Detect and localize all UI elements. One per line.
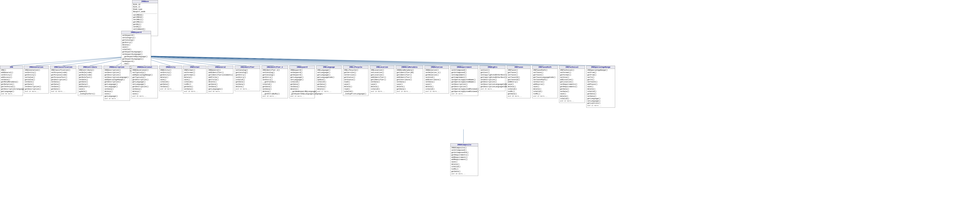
svg-line-22 xyxy=(137,56,571,65)
method: getRelation() xyxy=(1,83,22,86)
method: getLanguage() xyxy=(1,91,22,93)
method: getDescription() xyxy=(105,81,129,83)
method: setLanguage() xyxy=(105,86,129,88)
box-imdlifecycle: IMDLifecycle IMDLifecycle() getVersion()… xyxy=(343,65,369,96)
method: setData() xyxy=(262,88,287,91)
box-imdtaxonpath-header: IMDTaxonPath xyxy=(533,66,557,69)
method: addAuthor() xyxy=(79,86,101,88)
method: save() xyxy=(451,161,477,163)
box-imddescription-header: IMDDescription xyxy=(104,66,130,69)
method: getCost() xyxy=(480,72,504,74)
method: toXML() xyxy=(184,83,205,86)
method: getData() xyxy=(397,88,422,91)
method: getData() xyxy=(79,83,101,86)
box-imdmetametadata: IMDMetaMetadata IMDMetaMetadata() getIde… xyxy=(396,65,423,94)
method: toXML() xyxy=(508,91,530,93)
method: setDescription() xyxy=(25,86,48,88)
method: IMDTaxonPath() xyxy=(533,69,557,72)
box-imdlifecycle-body: IMDLifecycle() getVersion() setVersion()… xyxy=(343,69,368,96)
method: setTaxonPath() xyxy=(533,79,557,81)
method: delete() xyxy=(560,95,584,98)
method: _lookupPrintLanguage() xyxy=(344,93,368,95)
method: getRequirements() xyxy=(560,86,584,88)
method: IMDFormat() xyxy=(184,69,205,72)
method: and 24 more... xyxy=(25,91,48,93)
method: getLanguage() xyxy=(132,81,157,83)
box-imdrights-header: IMDRights xyxy=(480,66,505,69)
method: getData() xyxy=(51,83,75,86)
svg-line-14 xyxy=(137,56,355,65)
method: getLanguages() xyxy=(208,88,232,91)
box-imdrelation-body: IMDRelation() setRelation_1() getRelatio… xyxy=(425,69,449,93)
method: getCatalog() xyxy=(236,72,259,74)
method: setValue() xyxy=(25,77,48,79)
method: setEntity() xyxy=(1,74,22,77)
method: IMDEducational() xyxy=(132,69,157,72)
box-imdkeyword-bottom: IMDKeyword IMDKeyword() setKeyword() get… xyxy=(290,65,315,98)
method: setData() xyxy=(425,81,448,83)
method: setCost() xyxy=(480,69,504,72)
box-imdlanguage-body: IMDLanguage() setLanguage() getLanguage(… xyxy=(317,69,341,93)
method: getLocation() xyxy=(560,81,584,83)
method: isValid() xyxy=(508,88,530,91)
method: and 27 more... xyxy=(317,91,340,93)
svg-line-17 xyxy=(137,56,436,65)
method: update() xyxy=(79,91,101,93)
method: getContribute() xyxy=(397,79,422,81)
method: addSpecialAgeRange() xyxy=(105,79,129,81)
box-imddescription: IMDDescription IMDDescription() setDescr… xyxy=(103,65,130,101)
box-imdcontribute-header: IMDContribute xyxy=(78,66,102,69)
method: setIMDId() xyxy=(133,14,157,16)
method: getData() xyxy=(184,86,205,88)
method: setEntry() xyxy=(262,79,287,81)
method: save() xyxy=(371,83,393,86)
method: setTypicaly() xyxy=(132,72,157,74)
box-imdocomposite: IMDOComposite IMDOComposite() setOrCompo… xyxy=(450,143,478,176)
method: setDate() xyxy=(79,79,101,81)
method: isValid() xyxy=(290,81,314,83)
method: getIMDId() xyxy=(133,16,157,19)
box-imdclassification: IMDClassification IMDClassification() se… xyxy=(50,65,76,94)
method: setPurpose(code) xyxy=(51,72,75,74)
method: addSource() xyxy=(533,83,557,86)
method: save() xyxy=(533,86,557,88)
method: setOrComposed() xyxy=(451,69,477,72)
svg-line-20 xyxy=(137,56,518,65)
method: setCatalog() xyxy=(236,69,259,72)
box-imd: IMD IMD() addGeneral() setEntity() addAc… xyxy=(0,65,23,96)
method: setEntity() xyxy=(25,72,48,74)
method: addTitle() xyxy=(208,77,232,79)
method: setDescription() xyxy=(105,72,129,74)
method: setDescriptionLanguage() xyxy=(105,77,129,79)
method: getIdentifier() xyxy=(397,74,422,77)
method: getFormat() xyxy=(184,74,205,77)
method: and 10 more... xyxy=(160,88,181,91)
method: getRequirements() xyxy=(451,154,477,156)
method: IMDOComposite() xyxy=(451,147,477,149)
method: addLocation() xyxy=(560,79,584,81)
method: setDate() xyxy=(25,81,48,83)
method: setFrom() xyxy=(587,72,614,74)
method: save() xyxy=(160,79,181,81)
method: delete() xyxy=(425,86,448,88)
method: setData() xyxy=(371,81,393,83)
method: hasKeyword() xyxy=(122,61,150,63)
method: and 25 more... xyxy=(480,88,504,91)
box-imdannotation-header: IMDAnnotation xyxy=(24,66,48,69)
method: setCategory() xyxy=(122,37,150,39)
method: getDescription() xyxy=(132,79,157,81)
method: setKeywordLanguage() xyxy=(122,53,150,56)
field: $ids_id xyxy=(133,3,157,6)
method: getDescription() xyxy=(105,74,129,77)
method: save() xyxy=(344,83,368,86)
method: IMDGeneral() xyxy=(208,69,232,72)
method: delete() xyxy=(533,88,557,91)
box-imdgeneral-header: IMDGeneral xyxy=(208,66,233,69)
box-imdannotation: IMDAnnotation IMDAnnotation() setEntity(… xyxy=(24,65,49,94)
method: getData() xyxy=(208,83,232,86)
box-imdtechnical-header: IMDTechnical xyxy=(559,66,585,69)
method: getOrComposed() xyxy=(451,72,477,74)
method: getTitle() xyxy=(208,79,232,81)
box-imdbase-header: IMDBase xyxy=(132,0,158,3)
box-imdclassification-body: IMDClassification() setPurpose(code) get… xyxy=(50,69,76,93)
